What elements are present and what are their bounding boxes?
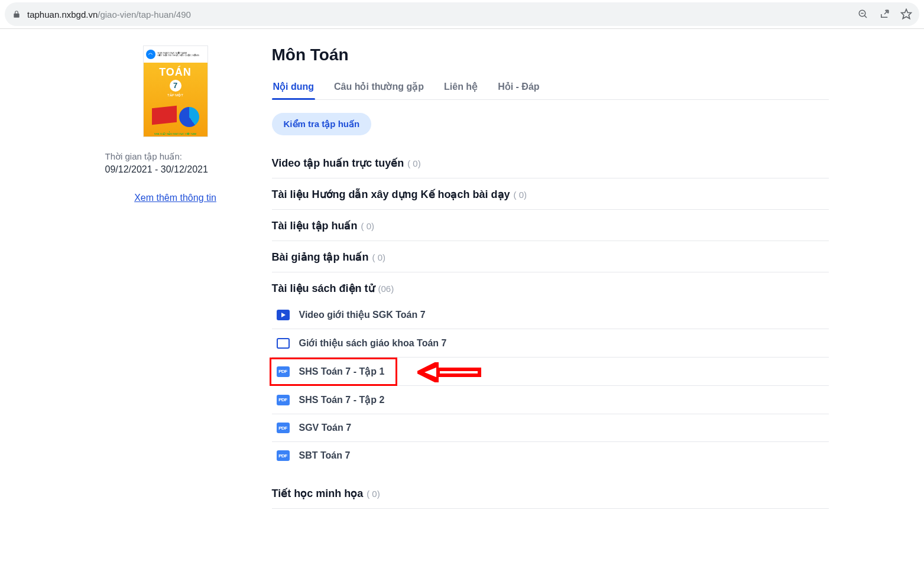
svg-marker-3 [902, 9, 912, 19]
section-title-text: Video tập huấn trực tuyến [272, 157, 404, 170]
browser-address-bar: taphuan.nxbgd.vn/giao-vien/tap-huan/490 [5, 2, 919, 26]
cover-number: 7 [170, 80, 181, 92]
section: Tài liệu sách điện tử (06)Video giới thi… [272, 272, 829, 477]
item-label: SGV Toán 7 [299, 423, 352, 433]
section-title[interactable]: Bài giảng tập huấn ( 0) [272, 251, 829, 264]
training-period-label: Thời gian tập huấn: [105, 151, 246, 162]
item-label: SBT Toán 7 [299, 450, 351, 461]
section-count: ( 0) [372, 252, 385, 262]
publisher-logo-icon: ◠ [146, 50, 155, 59]
list-item[interactable]: PDFSBT Toán 7 [272, 442, 829, 469]
section-count: ( 0) [367, 489, 380, 499]
section[interactable]: Tài liệu tập huấn ( 0) [272, 210, 829, 241]
annotation-arrow-icon [417, 362, 482, 385]
cover-art [144, 107, 208, 127]
section-count: ( 0) [514, 190, 527, 200]
section-title-text: Bài giảng tập huấn [272, 251, 369, 264]
check-training-button[interactable]: Kiểm tra tập huấn [272, 113, 372, 135]
cover-subtitle: TẬP MỘT [144, 93, 208, 97]
more-info-link[interactable]: Xem thêm thông tin [105, 193, 246, 203]
list-item[interactable]: PDFSGV Toán 7 [272, 414, 829, 442]
section-title-text: Tài liệu Hướng dẫn xây dựng Kế hoạch bài… [272, 188, 510, 201]
main-content: Môn Toán Nội dungCâu hỏi thường gặpLiên … [255, 46, 829, 509]
tab-n-i-dung[interactable]: Nội dung [272, 75, 316, 99]
cover-title: TOÁN [144, 66, 208, 79]
section-count: (06) [378, 284, 394, 294]
item-list: Video giới thiệu SGK Toán 7Giới thiệu sá… [272, 301, 829, 469]
pdf-icon: PDF [277, 395, 290, 405]
pdf-icon: PDF [277, 366, 290, 377]
list-item[interactable]: Video giới thiệu SGK Toán 7 [272, 301, 829, 329]
browser-url[interactable]: taphuan.nxbgd.vn/giao-vien/tap-huan/490 [27, 9, 858, 20]
section[interactable]: Video tập huấn trực tuyến ( 0) [272, 147, 829, 178]
list-item[interactable]: Giới thiệu sách giáo khoa Toán 7 [272, 329, 829, 358]
item-label: Giới thiệu sách giáo khoa Toán 7 [299, 337, 447, 349]
list-item[interactable]: PDFSHS Toán 7 - Tập 2 [272, 386, 829, 414]
section-count: ( 0) [407, 158, 421, 168]
section-title[interactable]: Tài liệu Hướng dẫn xây dựng Kế hoạch bài… [272, 188, 829, 201]
section-title[interactable]: Tài liệu tập huấn ( 0) [272, 219, 829, 232]
star-icon[interactable] [900, 8, 912, 20]
url-path: /giao-vien/tap-huan/490 [98, 9, 191, 20]
cover-meta: NXB GIÁO DỤC VIỆT NAMKẾT NỐI TRI THỨC VỚ… [158, 52, 199, 57]
page-title: Môn Toán [272, 46, 829, 64]
document-icon [277, 338, 290, 349]
svg-marker-8 [424, 367, 437, 378]
section-title-text: Tài liệu tập huấn [272, 219, 358, 232]
zoom-out-icon[interactable] [858, 9, 868, 20]
svg-marker-10 [417, 362, 437, 382]
section[interactable]: Bài giảng tập huấn ( 0) [272, 241, 829, 272]
svg-marker-6 [417, 362, 437, 382]
section-title[interactable]: Video tập huấn trực tuyến ( 0) [272, 157, 829, 170]
tab-c-u-h-i-th-ng-g-p[interactable]: Câu hỏi thường gặp [333, 75, 425, 99]
page: ◠ NXB GIÁO DỤC VIỆT NAMKẾT NỐI TRI THỨC … [84, 29, 841, 532]
item-label: SHS Toán 7 - Tập 2 [299, 394, 385, 405]
tabs: Nội dungCâu hỏi thường gặpLiên hệHỏi - Đ… [272, 75, 829, 100]
tab-h-i-p[interactable]: Hỏi - Đáp [497, 75, 540, 99]
section[interactable]: Tiết học minh họa ( 0) [272, 477, 829, 509]
svg-rect-9 [437, 369, 480, 376]
svg-marker-4 [281, 313, 286, 317]
tab-li-n-h-[interactable]: Liên hệ [443, 75, 479, 99]
section-title[interactable]: Tiết học minh họa ( 0) [272, 487, 829, 500]
pdf-icon: PDF [277, 450, 290, 461]
section-title: Tài liệu sách điện tử (06) [272, 282, 829, 295]
section[interactable]: Tài liệu Hướng dẫn xây dựng Kế hoạch bài… [272, 178, 829, 210]
section-title-text: Tài liệu sách điện tử [272, 282, 375, 295]
play-icon [277, 310, 290, 320]
pdf-icon: PDF [277, 423, 290, 433]
sidebar: ◠ NXB GIÁO DỤC VIỆT NAMKẾT NỐI TRI THỨC … [96, 46, 255, 509]
list-item[interactable]: PDFSHS Toán 7 - Tập 1 [272, 358, 829, 386]
sections: Video tập huấn trực tuyến ( 0)Tài liệu H… [272, 147, 829, 509]
url-host: taphuan.nxbgd.vn [27, 9, 98, 20]
share-icon[interactable] [879, 9, 890, 20]
section-title-text: Tiết học minh họa [272, 487, 364, 500]
lock-icon [12, 9, 21, 19]
item-label: Video giới thiệu SGK Toán 7 [299, 309, 426, 320]
item-label: SHS Toán 7 - Tập 1 [299, 366, 385, 377]
svg-line-2 [864, 15, 867, 18]
cover-publisher: NHÀ XUẤT BẢN GIÁO DỤC VIỆT NAM [144, 132, 208, 135]
section-count: ( 0) [361, 221, 374, 231]
training-period-value: 09/12/2021 - 30/12/2021 [105, 164, 246, 175]
svg-rect-5 [437, 369, 480, 376]
book-cover: ◠ NXB GIÁO DỤC VIỆT NAMKẾT NỐI TRI THỨC … [143, 46, 208, 137]
svg-rect-7 [440, 371, 478, 373]
